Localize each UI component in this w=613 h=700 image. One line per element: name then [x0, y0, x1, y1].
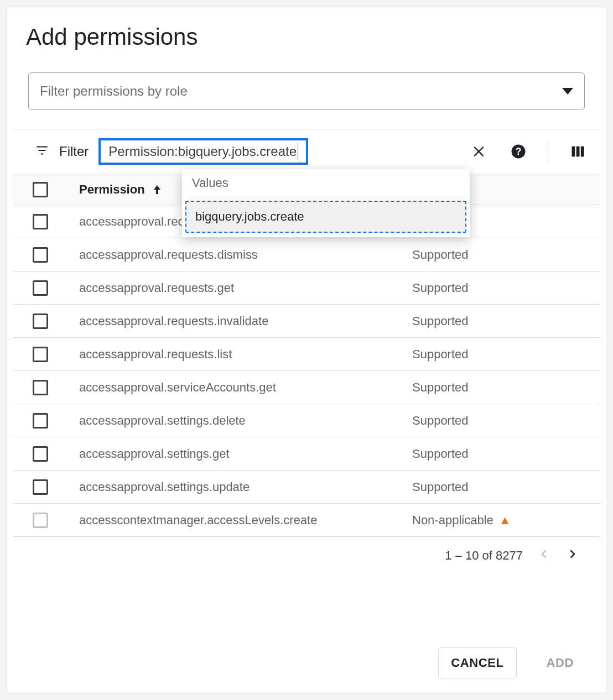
row-checkbox-cell: [33, 214, 79, 229]
permission-status: Supported: [412, 380, 600, 395]
table-row: accessapproval.settings.deleteSupported: [13, 404, 600, 437]
row-checkbox-cell: [33, 380, 79, 395]
add-button[interactable]: ADD: [534, 648, 586, 678]
suggestion-option[interactable]: bigquery.jobs.create: [185, 201, 466, 233]
filter-chip-text: Permission:bigquery.jobs.create: [108, 144, 297, 159]
row-checkbox[interactable]: [33, 347, 48, 362]
permission-name: accessapproval.requests.invalidate: [79, 314, 412, 328]
svg-rect-4: [581, 147, 584, 157]
clear-filter-button[interactable]: [470, 142, 489, 161]
row-checkbox-cell: [33, 314, 79, 329]
permission-name: accessapproval.settings.update: [79, 480, 412, 494]
table-row: accessapproval.requests.getSupported: [13, 271, 600, 305]
row-checkbox-cell: [33, 446, 79, 462]
table-row: accessapproval.requests.invalidateSuppor…: [13, 305, 600, 338]
table-row: accessapproval.settings.updateSupported: [13, 471, 600, 504]
role-filter-placeholder: Filter permissions by role: [40, 83, 188, 99]
column-options-button[interactable]: [568, 142, 587, 161]
row-checkbox-cell: [33, 247, 79, 263]
permission-name: accesscontextmanager.accessLevels.create: [79, 513, 412, 527]
filter-section: Filter Permission:bigquery.jobs.create ?: [13, 129, 600, 566]
permission-status: Supported: [412, 347, 600, 362]
help-button[interactable]: ?: [509, 142, 528, 161]
svg-text:?: ?: [516, 146, 522, 157]
permission-name: accessapproval.requests.list: [79, 347, 412, 362]
permission-name: accessapproval.requests.get: [79, 281, 412, 295]
warning-icon: ▲: [499, 513, 511, 527]
table-pager: 1 – 10 of 8277: [13, 537, 600, 566]
svg-rect-2: [572, 147, 575, 157]
permission-status: Supported: [412, 447, 600, 461]
filter-toolbar: ?: [470, 140, 587, 163]
help-icon: ?: [510, 143, 527, 160]
header-permission-label: Permission: [79, 182, 145, 197]
row-checkbox-cell: [33, 513, 79, 528]
divider: [189, 197, 463, 197]
permission-status: Non-applicable▲: [412, 513, 600, 527]
select-all-checkbox[interactable]: [33, 182, 48, 197]
table-row: accessapproval.requests.listSupported: [13, 338, 600, 371]
permission-name: accessapproval.settings.delete: [79, 414, 412, 428]
filter-suggestion-popover: Values bigquery.jobs.create: [182, 169, 470, 237]
row-checkbox[interactable]: [33, 380, 48, 395]
table-row: accessapproval.settings.getSupported: [13, 437, 600, 471]
row-checkbox[interactable]: [33, 446, 48, 462]
table-body: accessapproval.requests.approveSupported…: [13, 205, 600, 537]
header-checkbox-cell: [33, 182, 79, 197]
filter-bar: Filter Permission:bigquery.jobs.create ?: [13, 129, 600, 174]
row-checkbox-cell: [33, 280, 79, 296]
sort-asc-icon: [150, 183, 164, 196]
cancel-button[interactable]: CANCEL: [438, 647, 516, 678]
pager-next-button[interactable]: [564, 546, 583, 566]
row-checkbox[interactable]: [33, 513, 48, 528]
pager-range: 1 – 10 of 8277: [445, 548, 523, 563]
text-cursor: [298, 143, 298, 160]
suggestion-header: Values: [182, 169, 470, 197]
row-checkbox[interactable]: [33, 280, 48, 296]
row-checkbox[interactable]: [33, 247, 48, 263]
chevron-down-icon: [562, 88, 573, 95]
row-checkbox[interactable]: [33, 479, 48, 495]
filter-chip[interactable]: Permission:bigquery.jobs.create: [98, 138, 308, 165]
add-permissions-dialog: Add permissions Filter permissions by ro…: [7, 7, 606, 693]
role-filter-dropdown[interactable]: Filter permissions by role: [28, 72, 585, 110]
permission-status: Supported: [412, 314, 600, 328]
svg-rect-3: [576, 147, 580, 157]
columns-icon: [570, 144, 585, 159]
filter-icon: [35, 143, 49, 160]
vertical-separator: [548, 140, 548, 163]
filter-label: Filter: [59, 144, 89, 159]
row-checkbox[interactable]: [33, 413, 48, 429]
row-checkbox[interactable]: [33, 314, 48, 329]
dialog-footer: CANCEL ADD: [438, 647, 586, 678]
table-row: accessapproval.serviceAccounts.getSuppor…: [13, 371, 600, 404]
chevron-right-icon: [565, 546, 581, 562]
pager-prev-button[interactable]: [534, 546, 553, 566]
table-row: accessapproval.requests.dismissSupported: [13, 238, 600, 271]
row-checkbox-cell: [33, 413, 79, 429]
permission-status: Supported: [412, 480, 600, 494]
table-row: accesscontextmanager.accessLevels.create…: [13, 504, 600, 537]
permission-status: Supported: [412, 248, 600, 262]
chevron-left-icon: [535, 546, 552, 562]
row-checkbox-cell: [33, 479, 79, 495]
permission-name: accessapproval.serviceAccounts.get: [79, 380, 412, 395]
permission-name: accessapproval.settings.get: [79, 447, 412, 461]
close-icon: [472, 144, 487, 159]
dialog-title: Add permissions: [26, 24, 600, 50]
permission-name: accessapproval.requests.dismiss: [79, 248, 412, 262]
permission-status: Supported: [412, 414, 600, 428]
permission-status: Supported: [412, 281, 600, 295]
row-checkbox-cell: [33, 347, 79, 362]
row-checkbox[interactable]: [33, 214, 48, 229]
